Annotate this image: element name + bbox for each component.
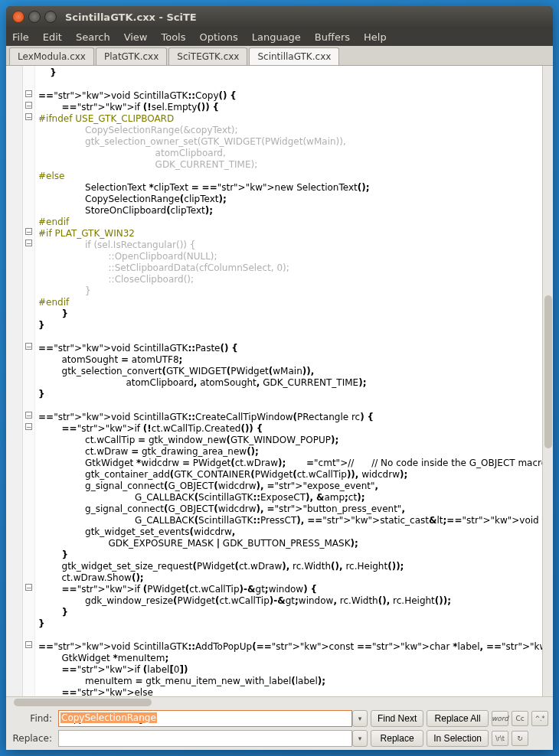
toggle-wrap[interactable]: ↻ <box>512 731 528 746</box>
tab-lexmodula[interactable]: LexModula.cxx <box>9 47 94 65</box>
tab-platgtk[interactable]: PlatGTK.cxx <box>96 47 167 65</box>
menu-view[interactable]: View <box>124 31 148 43</box>
horizontal-scrollbar[interactable] <box>6 696 553 707</box>
fold-toggle[interactable]: − <box>25 412 32 419</box>
replace-label: Replace: <box>11 733 55 744</box>
menu-options[interactable]: Options <box>200 31 238 43</box>
code-area[interactable]: } =="str">"kw">void ScintillaGTK::Copy()… <box>35 66 542 696</box>
close-icon[interactable] <box>12 11 25 23</box>
fold-toggle[interactable]: − <box>25 423 32 430</box>
find-label: Find: <box>11 713 55 724</box>
fold-toggle[interactable]: − <box>25 102 32 109</box>
window-title: ScintillaGTK.cxx - SciTE <box>65 11 197 23</box>
menu-search[interactable]: Search <box>76 31 110 43</box>
toggle-regex[interactable]: ^.* <box>531 711 548 726</box>
replace-all-button[interactable]: Replace All <box>427 710 489 727</box>
replace-input[interactable] <box>58 730 352 747</box>
menu-tools[interactable]: Tools <box>161 31 185 43</box>
scrollbar-thumb[interactable] <box>14 699 152 706</box>
menu-help[interactable]: Help <box>364 31 387 43</box>
menu-file[interactable]: File <box>12 31 29 43</box>
fold-toggle[interactable]: − <box>25 90 32 97</box>
find-bar: Find: CopySelectionRange ▾ Find Next Rep… <box>6 707 553 750</box>
menubar: File Edit Search View Tools Options Lang… <box>6 28 553 46</box>
fold-margin[interactable]: −−−−−−−−−− <box>23 66 35 696</box>
app-window: ScintillaGTK.cxx - SciTE File Edit Searc… <box>6 6 553 750</box>
replace-button[interactable]: Replace <box>371 730 423 747</box>
toggle-backslash[interactable]: \r\t <box>492 731 508 746</box>
in-selection-button[interactable]: In Selection <box>427 730 489 747</box>
menu-buffers[interactable]: Buffers <box>315 31 350 43</box>
fold-toggle[interactable]: − <box>25 113 32 120</box>
maximize-icon[interactable] <box>44 11 57 23</box>
vertical-scrollbar[interactable] <box>542 66 553 696</box>
fold-toggle[interactable]: − <box>25 228 32 235</box>
minimize-icon[interactable] <box>28 11 41 23</box>
tab-scintillagtk[interactable]: ScintillaGTK.cxx <box>249 47 339 65</box>
replace-history-dropdown[interactable]: ▾ <box>352 730 368 747</box>
tab-scitegtk[interactable]: SciTEGTK.cxx <box>168 47 247 65</box>
line-gutter <box>6 66 23 696</box>
editor: −−−−−−−−−− } =="str">"kw">void Scintilla… <box>6 66 553 696</box>
toggle-whole-word[interactable]: word <box>492 711 508 726</box>
fold-toggle[interactable]: − <box>25 240 32 246</box>
find-history-dropdown[interactable]: ▾ <box>352 710 368 727</box>
titlebar: ScintillaGTK.cxx - SciTE <box>6 6 553 28</box>
scrollbar-thumb[interactable] <box>544 295 552 448</box>
menu-edit[interactable]: Edit <box>43 31 62 43</box>
fold-toggle[interactable]: − <box>25 641 32 648</box>
fold-toggle[interactable]: − <box>25 343 32 350</box>
menu-language[interactable]: Language <box>252 31 301 43</box>
tabbar: LexModula.cxx PlatGTK.cxx SciTEGTK.cxx S… <box>6 46 553 66</box>
toggle-match-case[interactable]: Cc <box>512 711 528 726</box>
find-input[interactable] <box>58 710 352 727</box>
fold-toggle[interactable]: − <box>25 584 32 591</box>
find-next-button[interactable]: Find Next <box>371 710 423 727</box>
